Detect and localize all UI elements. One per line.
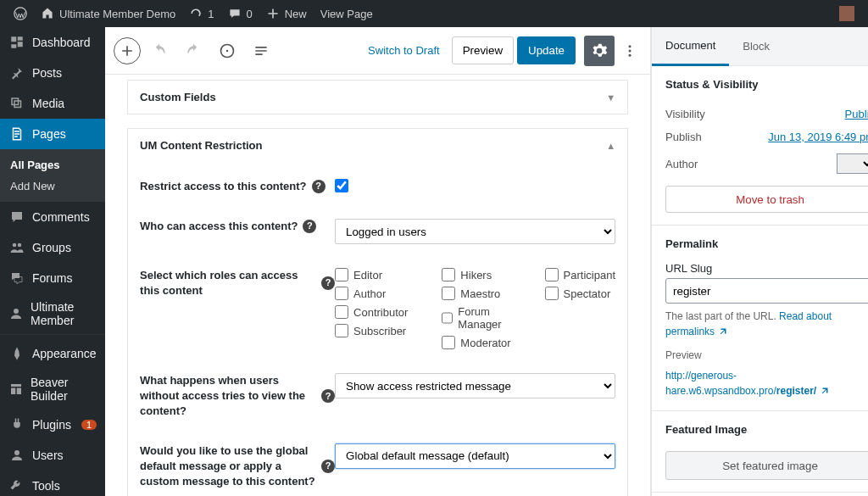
undo-button[interactable] [144, 36, 175, 66]
visibility-link[interactable]: Public [845, 108, 868, 120]
who-access-select[interactable]: Logged in users [335, 219, 615, 244]
comment-icon [8, 209, 25, 226]
pages-icon [8, 125, 25, 142]
settings-sidebar: Document Block ✕ Status & Visibility˄ Vi… [651, 27, 868, 496]
role-checkbox[interactable] [335, 324, 348, 337]
update-button[interactable]: Update [517, 36, 576, 64]
site-name-link[interactable]: Ultimate Member Demo [34, 0, 182, 27]
svg-rect-5 [11, 388, 15, 395]
chevron-down-icon: ▼ [606, 92, 615, 103]
publish-date-link[interactable]: Jun 13, 2019 6:49 pm [768, 131, 868, 143]
status-visibility-panel-header[interactable]: Status & Visibility˄ [652, 66, 868, 103]
role-option[interactable]: Maestro [442, 287, 510, 300]
user-avatar[interactable] [832, 0, 861, 27]
svg-point-14 [629, 53, 632, 56]
role-checkbox[interactable] [442, 268, 455, 281]
sidebar-item-ultimate-member[interactable]: Ultimate Member [0, 293, 105, 334]
role-option[interactable]: Subscriber [335, 324, 408, 337]
discussion-panel-header[interactable]: Discussion˅ [652, 493, 868, 496]
role-checkbox[interactable] [545, 287, 559, 300]
role-option[interactable]: Spectator [545, 287, 615, 300]
dashboard-icon [8, 34, 25, 51]
bb-icon [8, 381, 24, 398]
svg-point-1 [13, 243, 17, 248]
url-slug-input[interactable] [665, 278, 868, 304]
sidebar-item-plugins[interactable]: Plugins1 [0, 410, 105, 440]
sidebar-subitem[interactable]: Add New [0, 176, 105, 197]
help-icon[interactable]: ? [303, 220, 316, 233]
appearance-icon [8, 345, 25, 362]
role-option[interactable]: Participant [545, 268, 615, 281]
sidebar-item-tools[interactable]: Tools [0, 471, 105, 496]
updates-link[interactable]: 1 [182, 0, 220, 27]
role-option[interactable]: Forum Manager [442, 305, 510, 331]
restrict-access-checkbox[interactable] [335, 179, 348, 192]
site-name: Ultimate Member Demo [59, 8, 175, 20]
role-option[interactable]: Author [335, 287, 408, 300]
comments-link[interactable]: 0 [221, 0, 259, 27]
svg-point-2 [18, 243, 22, 248]
role-option[interactable]: Moderator [442, 336, 510, 349]
content-structure-button[interactable] [212, 36, 242, 66]
wp-logo[interactable] [7, 0, 34, 27]
settings-toggle-button[interactable] [584, 36, 615, 66]
new-link[interactable]: New [259, 0, 314, 27]
groups-icon [8, 239, 25, 256]
tab-document[interactable]: Document [652, 27, 729, 66]
sidebar-item-beaver-builder[interactable]: Beaver Builder [0, 369, 105, 410]
tab-block[interactable]: Block [729, 28, 783, 64]
svg-point-3 [14, 309, 19, 314]
sidebar-item-appearance[interactable]: Appearance [0, 338, 105, 369]
svg-rect-4 [11, 384, 21, 387]
author-select[interactable] [837, 153, 868, 174]
sidebar-item-media[interactable]: Media [0, 88, 105, 119]
role-checkbox[interactable] [335, 287, 348, 300]
no-access-action-select[interactable]: Show access restricted message [335, 373, 615, 398]
more-menu-button[interactable] [618, 36, 642, 66]
sidebar-subitem[interactable]: All Pages [0, 154, 105, 176]
sidebar-item-comments[interactable]: Comments [0, 202, 105, 232]
block-nav-button[interactable] [246, 36, 276, 66]
um-restriction-metabox-header[interactable]: UM Content Restriction▲ [128, 129, 627, 162]
add-block-button[interactable] [114, 37, 141, 64]
redo-button[interactable] [178, 36, 209, 66]
permalink-panel-header[interactable]: Permalink˄ [652, 226, 868, 262]
help-icon[interactable]: ? [321, 389, 335, 403]
set-featured-image-button[interactable]: Set featured image [665, 451, 868, 480]
admin-sidebar: DashboardPostsMediaPagesAll PagesAdd New… [0, 27, 105, 496]
message-type-select[interactable]: Global default message (default) [335, 443, 615, 469]
sidebar-item-pages[interactable]: Pages [0, 119, 105, 149]
role-checkbox[interactable] [442, 311, 453, 325]
move-to-trash-button[interactable]: Move to trash [665, 186, 868, 213]
preview-button[interactable]: Preview [452, 36, 514, 64]
sidebar-item-forums[interactable]: Forums [0, 263, 105, 293]
role-option[interactable]: Hikers [442, 268, 510, 281]
role-option[interactable]: Editor [335, 268, 408, 281]
media-icon [8, 95, 25, 112]
forums-icon [8, 270, 25, 287]
role-option[interactable]: Contributor [335, 305, 408, 319]
view-page-link[interactable]: View Page [314, 0, 380, 27]
um-icon [8, 305, 24, 322]
svg-point-12 [629, 45, 632, 47]
svg-rect-6 [17, 388, 21, 395]
role-checkbox[interactable] [442, 336, 455, 349]
role-checkbox[interactable] [335, 305, 348, 319]
role-checkbox[interactable] [335, 268, 348, 281]
help-icon[interactable]: ? [321, 276, 335, 290]
sidebar-item-dashboard[interactable]: Dashboard [0, 27, 105, 58]
help-icon[interactable]: ? [321, 460, 335, 473]
custom-fields-metabox-header[interactable]: Custom Fields▼ [128, 81, 627, 114]
chevron-up-icon: ▲ [606, 141, 615, 151]
badge: 1 [81, 420, 97, 430]
permalink-preview-link[interactable]: http://generous-hare.w6.wpsandbox.pro/re… [665, 370, 829, 397]
close-settings-button[interactable]: ✕ [855, 28, 868, 64]
help-icon[interactable]: ? [312, 180, 326, 193]
sidebar-item-posts[interactable]: Posts [0, 58, 105, 88]
role-checkbox[interactable] [545, 268, 559, 281]
role-checkbox[interactable] [442, 287, 455, 300]
featured-image-panel-header[interactable]: Featured Image˄ [652, 411, 868, 448]
sidebar-item-users[interactable]: Users [0, 440, 105, 471]
sidebar-item-groups[interactable]: Groups [0, 232, 105, 263]
switch-to-draft-link[interactable]: Switch to Draft [359, 44, 448, 57]
